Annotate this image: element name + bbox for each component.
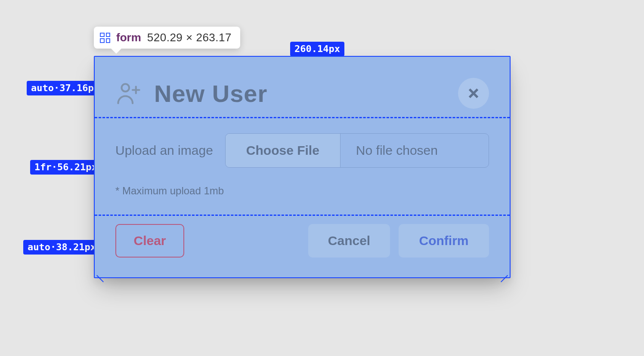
grid-row-divider (95, 117, 510, 118)
form-footer: Clear Cancel Confirm (115, 213, 489, 277)
close-button[interactable] (458, 78, 489, 109)
add-user-icon (115, 80, 142, 107)
devtools-tooltip: form 520.29 × 263.17 (94, 27, 240, 49)
ruler-column-width: 260.14px (290, 42, 344, 56)
new-user-form: New User Upload an image Choose File No … (94, 56, 511, 278)
form-body: Upload an image Choose File No file chos… (115, 117, 489, 213)
element-tag: form (116, 31, 141, 44)
clear-button[interactable]: Clear (115, 224, 184, 258)
ruler-row-2: 1fr·56.21px (30, 160, 102, 175)
grid-corner-mark (498, 266, 508, 276)
grid-corner-mark (96, 266, 106, 276)
form-header: New User (115, 57, 489, 117)
form-title: New User (154, 80, 267, 107)
grid-row-divider (95, 215, 510, 216)
ruler-row-3: auto·38.21px (23, 240, 100, 255)
upload-hint: * Maximum upload 1mb (115, 185, 489, 197)
close-icon (467, 86, 480, 100)
choose-file-button[interactable]: Choose File (226, 134, 341, 167)
upload-label: Upload an image (115, 143, 213, 158)
element-dimensions: 520.29 × 263.17 (147, 31, 232, 44)
confirm-button[interactable]: Confirm (399, 224, 489, 258)
file-status: No file chosen (341, 134, 489, 167)
file-input[interactable]: Choose File No file chosen (225, 133, 489, 168)
cancel-button[interactable]: Cancel (308, 224, 390, 258)
svg-point-0 (121, 84, 129, 92)
grid-icon (100, 33, 110, 43)
upload-row: Upload an image Choose File No file chos… (115, 133, 489, 168)
ruler-row-1: auto·37.16px (27, 81, 104, 95)
